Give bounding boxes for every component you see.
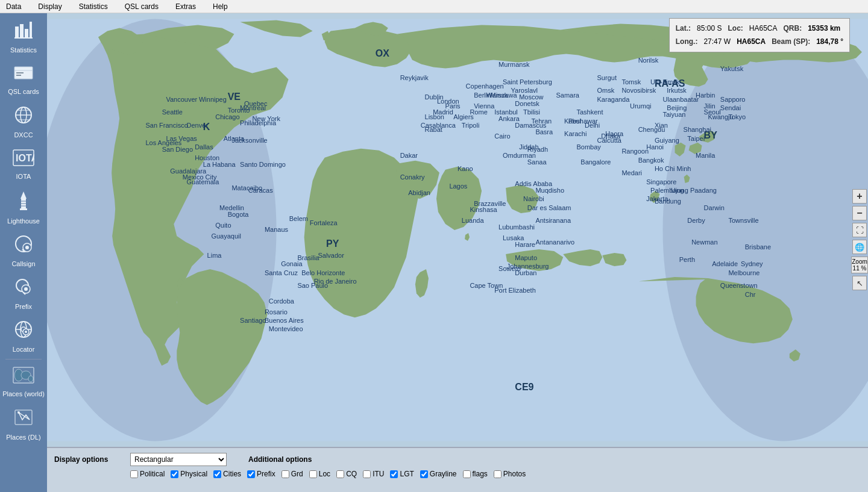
prefix-checkbox[interactable] bbox=[247, 470, 255, 478]
menu-qsl-cards[interactable]: QSL cards bbox=[121, 1, 162, 12]
cities-label: Cities bbox=[223, 470, 241, 478]
qrb-label: QRB: bbox=[784, 22, 802, 36]
photos-checkbox[interactable] bbox=[494, 470, 502, 478]
sidebar-label-qsl: QSL cards bbox=[8, 88, 39, 95]
political-checkbox[interactable] bbox=[130, 470, 138, 478]
menu-display[interactable]: Display bbox=[34, 1, 65, 12]
checkbox-flags[interactable]: flags bbox=[463, 470, 488, 478]
svg-point-25 bbox=[25, 246, 29, 249]
world-map-svg bbox=[47, 13, 868, 447]
grd-checkbox[interactable] bbox=[281, 470, 289, 478]
lgt-label: LGT bbox=[400, 470, 414, 478]
svg-point-29 bbox=[24, 287, 28, 291]
svg-point-35 bbox=[25, 331, 27, 333]
sidebar-item-callsign[interactable]: Callsign bbox=[0, 229, 47, 272]
zoom-label-text: Zoom bbox=[852, 258, 867, 265]
svg-rect-3 bbox=[30, 22, 32, 37]
menu-data[interactable]: Data bbox=[2, 1, 25, 12]
sidebar-item-statistics[interactable]: Statistics bbox=[0, 16, 47, 58]
sidebar-label-dxcc: DXCC bbox=[14, 131, 33, 139]
checkbox-political[interactable]: Political bbox=[130, 470, 165, 478]
qrb-value: 15353 km bbox=[808, 22, 840, 36]
zoom-out-button[interactable]: − bbox=[852, 206, 867, 220]
svg-marker-41 bbox=[19, 413, 30, 420]
additional-options-label: Additional options bbox=[248, 455, 312, 464]
places-world-icon bbox=[13, 367, 34, 388]
svg-rect-0 bbox=[15, 26, 19, 37]
sidebar-item-qsl-cards[interactable]: QSL cards bbox=[0, 58, 47, 101]
grayline-checkbox[interactable] bbox=[420, 470, 428, 478]
info-row-long: Long.: 27:47 W HA65CA Beam (SP): 184,78 … bbox=[676, 36, 843, 49]
long-label: Long.: bbox=[676, 36, 698, 49]
lat-value: 85:00 S bbox=[697, 22, 722, 36]
display-options-row: Display options Rectangular Mercator Azi… bbox=[54, 453, 861, 466]
lat-label: Lat.: bbox=[676, 22, 691, 36]
checkbox-lgt[interactable]: LGT bbox=[390, 470, 414, 478]
sidebar-label-iota: IOTA bbox=[16, 173, 31, 180]
svg-rect-18 bbox=[20, 208, 27, 210]
right-content: OX VE K PY RA-AS BY CE9 Reykjavik Vancou… bbox=[47, 13, 868, 492]
lgt-checkbox[interactable] bbox=[390, 470, 398, 478]
flags-label: flags bbox=[473, 470, 488, 478]
grayline-label: Grayline bbox=[430, 470, 457, 478]
zoom-in-button[interactable]: + bbox=[852, 189, 867, 204]
sidebar-item-places-dl[interactable]: Places (DL) bbox=[0, 403, 47, 446]
locator-icon bbox=[14, 320, 33, 343]
loc-label: Loc: bbox=[728, 22, 743, 36]
physical-label: Physical bbox=[180, 470, 207, 478]
physical-checkbox[interactable] bbox=[171, 470, 178, 478]
zoom-value: 11 % bbox=[852, 265, 867, 272]
zoom-fit-button[interactable]: ⛶ bbox=[852, 223, 867, 237]
sidebar-item-prefix[interactable]: Prefix bbox=[0, 272, 47, 315]
beam-label: Beam (SP): bbox=[772, 36, 810, 49]
menu-statistics[interactable]: Statistics bbox=[75, 1, 112, 12]
checkbox-itu[interactable]: ITU bbox=[363, 470, 384, 478]
map-area[interactable]: OX VE K PY RA-AS BY CE9 Reykjavik Vancou… bbox=[47, 13, 868, 447]
loc-value2: HA65CA bbox=[737, 36, 766, 49]
sidebar-divider bbox=[5, 359, 42, 360]
sidebar-item-locator[interactable]: Locator bbox=[0, 315, 47, 358]
places-dl-icon bbox=[14, 408, 33, 431]
menu-help[interactable]: Help bbox=[209, 1, 231, 12]
sidebar-label-locator: Locator bbox=[13, 346, 35, 353]
checkbox-photos[interactable]: Photos bbox=[494, 470, 526, 478]
cq-checkbox[interactable] bbox=[336, 470, 344, 478]
loc-checkbox[interactable] bbox=[309, 470, 317, 478]
svg-rect-4 bbox=[14, 37, 33, 39]
sidebar-item-dxcc[interactable]: DXCC bbox=[0, 101, 47, 143]
svg-rect-7 bbox=[16, 72, 24, 73]
statistics-icon bbox=[14, 20, 33, 44]
lighthouse-icon bbox=[16, 190, 31, 215]
info-row-lat: Lat.: 85:00 S Loc: HA65CA QRB: 15353 km bbox=[676, 22, 843, 36]
cities-checkbox[interactable] bbox=[213, 470, 221, 478]
checkbox-loc[interactable]: Loc bbox=[309, 470, 330, 478]
flags-checkbox[interactable] bbox=[463, 470, 471, 478]
display-type-select[interactable]: Rectangular Mercator Azimuthal bbox=[130, 453, 227, 466]
sidebar-item-lighthouse[interactable]: Lighthouse bbox=[0, 185, 47, 229]
callsign-icon bbox=[14, 234, 33, 258]
checkbox-grd[interactable]: Grd bbox=[281, 470, 303, 478]
sidebar-label-places-dl: Places (DL) bbox=[6, 434, 40, 441]
checkbox-cq[interactable]: CQ bbox=[336, 470, 357, 478]
bottom-panel: Display options Rectangular Mercator Azi… bbox=[47, 447, 868, 492]
zoom-pointer-button[interactable]: ↖ bbox=[852, 276, 867, 290]
sidebar-item-places-world[interactable]: Places (world) bbox=[0, 361, 47, 403]
cq-label: CQ bbox=[346, 470, 357, 478]
sidebar-label-lighthouse: Lighthouse bbox=[7, 217, 40, 225]
checkbox-physical[interactable]: Physical bbox=[171, 470, 207, 478]
zoom-globe-button[interactable]: 🌐 bbox=[852, 240, 867, 254]
sidebar-item-iota[interactable]: IOTA IOTA bbox=[0, 143, 47, 185]
sidebar-label-statistics: Statistics bbox=[10, 46, 37, 54]
itu-checkbox[interactable] bbox=[363, 470, 371, 478]
dxcc-icon bbox=[14, 105, 33, 129]
menu-extras[interactable]: Extras bbox=[172, 1, 200, 12]
main-layout: Statistics QSL cards bbox=[0, 13, 868, 492]
loc-value: HA65CA bbox=[749, 22, 778, 36]
qsl-icon bbox=[14, 64, 33, 86]
long-value: 27:47 W bbox=[703, 36, 731, 49]
checkbox-grayline[interactable]: Grayline bbox=[420, 470, 457, 478]
beam-value: 184,78 ° bbox=[816, 36, 843, 49]
checkbox-prefix[interactable]: Prefix bbox=[247, 470, 275, 478]
loc-label: Loc bbox=[319, 470, 330, 478]
checkbox-cities[interactable]: Cities bbox=[213, 470, 241, 478]
